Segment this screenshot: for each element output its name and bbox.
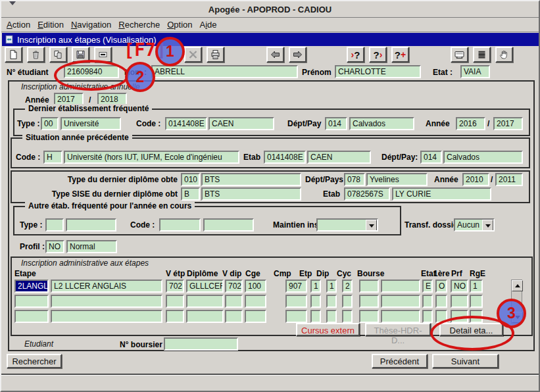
- other-code-name-field[interactable]: [203, 218, 254, 232]
- etape-row-1-bourse1-cell[interactable]: [359, 295, 379, 308]
- previous-block-button[interactable]: [266, 47, 284, 62]
- etape-row-2-bourse1-cell[interactable]: [359, 310, 379, 323]
- execute-query-button[interactable]: ?›: [369, 47, 387, 62]
- menu-item-navigation[interactable]: Navigation: [70, 18, 117, 30]
- etape-row-1-v-dip-cell[interactable]: [225, 295, 243, 308]
- etape-row-1-diplome-cell[interactable]: [186, 295, 224, 308]
- etape-row-1-prf-cell[interactable]: [451, 295, 468, 308]
- list-values-button[interactable]: [473, 47, 491, 62]
- etape-row-0-diplome-cell[interactable]: GLLLCER: [186, 280, 224, 293]
- firstname-field[interactable]: CHARLOTTE: [335, 65, 421, 78]
- other-type-code-field[interactable]: [45, 218, 64, 232]
- etape-row-2-code-cell[interactable]: [14, 310, 49, 323]
- etape-row-0-cyc-cell[interactable]: 2: [342, 280, 353, 293]
- rechercher-button[interactable]: Rechercher: [7, 354, 62, 368]
- transfert-dropdown[interactable]: Aucun: [454, 218, 495, 232]
- etape-row-0-rge-cell[interactable]: 1: [470, 280, 483, 293]
- maintien-dropdown-arrow-icon[interactable]: [366, 220, 377, 232]
- last-inst-dept-name-field[interactable]: Calvados: [349, 117, 414, 130]
- menu-item-recherche[interactable]: Recherche: [117, 18, 166, 30]
- etape-row-0-label-cell[interactable]: L2 LLCER ANGLAIS: [51, 280, 162, 293]
- etape-row-1-dip-cell[interactable]: [326, 295, 337, 308]
- last-inst-type-name-field[interactable]: Université: [61, 117, 121, 130]
- situation-etab-code-field[interactable]: 0141408E: [264, 151, 306, 164]
- etape-row-0-etp-cell[interactable]: 1: [310, 280, 321, 293]
- sise-etab-code-field[interactable]: 0782567S: [344, 187, 390, 201]
- etape-row-1-cyc-cell[interactable]: [342, 295, 353, 308]
- etape-row-2-dip-cell[interactable]: [326, 310, 337, 323]
- etape-row-0-code-cell[interactable]: 2LANGL: [14, 280, 49, 293]
- etape-row-0-v-dip-cell[interactable]: 702: [225, 280, 243, 293]
- etape-row-2-v-dip-cell[interactable]: [225, 310, 243, 323]
- window-menu-button[interactable]: [9, 5, 18, 13]
- etape-row-1-bourse2-cell[interactable]: [381, 295, 420, 308]
- name-field[interactable]: ABRELL: [151, 65, 298, 78]
- etape-row-0-dip-cell[interactable]: 1: [326, 280, 337, 293]
- etape-row-0-prf-cell[interactable]: NO: [451, 280, 468, 293]
- help-hand-button[interactable]: [495, 47, 513, 62]
- etape-row-1-code-cell[interactable]: [14, 295, 49, 308]
- scrollbar-up-icon[interactable]: [512, 280, 523, 291]
- last-inst-year-from-field[interactable]: 2016: [456, 117, 485, 130]
- etape-row-0-cge-cell[interactable]: 100: [245, 280, 266, 293]
- diploma-type-code-field[interactable]: 010: [181, 173, 200, 186]
- copy-record-button[interactable]: [49, 47, 67, 62]
- etape-row-1-cge-cell[interactable]: [245, 295, 266, 308]
- delete-record-button[interactable]: [27, 47, 45, 62]
- menu-item-aide[interactable]: Aide: [199, 18, 223, 30]
- situation-dept-code-field[interactable]: 014: [420, 151, 442, 164]
- diploma-type-name-field[interactable]: BTS: [201, 173, 301, 186]
- etape-row-1-label-cell[interactable]: [51, 295, 162, 308]
- print-button[interactable]: [207, 47, 224, 62]
- these-hdr-button[interactable]: Thèse-HDR-D...: [365, 323, 431, 336]
- situation-name-field[interactable]: Université (hors IUT, IUFM, Ecole d'ingé…: [64, 151, 239, 164]
- menu-item-action[interactable]: Action: [5, 18, 36, 30]
- other-code-field[interactable]: [159, 218, 201, 232]
- cursus-externe-button[interactable]: Cursus extern: [296, 323, 360, 336]
- enter-query-button[interactable]: ›?: [347, 47, 364, 62]
- transfert-dropdown-arrow-icon[interactable]: [482, 220, 493, 232]
- sise-name-field[interactable]: BTS: [201, 187, 301, 201]
- etape-row-2-cge-cell[interactable]: [245, 310, 266, 323]
- precedent-button[interactable]: Précédent: [372, 354, 428, 368]
- boursier-field[interactable]: [164, 337, 238, 351]
- etape-row-2-v-etp-cell[interactable]: [166, 310, 184, 323]
- last-inst-dept-code-field[interactable]: 014: [325, 117, 347, 130]
- etape-row-0-premiere-cell[interactable]: O: [435, 280, 447, 293]
- etape-row-2-diplome-cell[interactable]: [186, 310, 224, 323]
- etape-row-2-label-cell[interactable]: [51, 310, 162, 323]
- new-record-button[interactable]: [5, 47, 22, 62]
- etape-row-2-bourse2-cell[interactable]: [381, 310, 420, 323]
- etape-row-1-etp-cell[interactable]: [310, 295, 321, 308]
- etape-row-1-cmp-cell[interactable]: [285, 295, 307, 308]
- etape-row-2-cmp-cell[interactable]: [285, 310, 307, 323]
- diploma-year-from-field[interactable]: 2010: [462, 173, 489, 186]
- profil-code-field[interactable]: NO: [45, 240, 64, 253]
- etape-row-1-v-etp-cell[interactable]: [166, 295, 184, 308]
- other-type-name-field[interactable]: [66, 218, 116, 232]
- etape-row-2-cyc-cell[interactable]: [342, 310, 353, 323]
- etape-row-2-etat-cell[interactable]: [422, 310, 433, 323]
- profil-name-field[interactable]: Normal: [66, 240, 117, 253]
- etape-row-0-bourse1-cell[interactable]: [359, 280, 379, 293]
- last-inst-code-field[interactable]: 0141408E: [165, 117, 207, 130]
- state-field[interactable]: VAIA: [460, 65, 490, 78]
- last-inst-city-field[interactable]: CAEN: [209, 117, 274, 130]
- sise-code-field[interactable]: B: [181, 187, 200, 201]
- sise-etab-name-field[interactable]: LY CURIE: [392, 187, 491, 201]
- count-query-button[interactable]: ?+: [391, 47, 409, 62]
- etape-row-0-v-etp-cell[interactable]: 702: [166, 280, 184, 293]
- diploma-year-to-field[interactable]: 2011: [495, 173, 523, 186]
- next-block-button[interactable]: [289, 47, 307, 62]
- situation-dept-name-field[interactable]: Calvados: [443, 151, 523, 164]
- diploma-dept-name-field[interactable]: Yvelines: [366, 173, 428, 186]
- etape-row-1-rge-cell[interactable]: [470, 295, 483, 308]
- suivant-button[interactable]: Suivant: [432, 354, 499, 368]
- menu-item-option[interactable]: Option: [166, 18, 198, 30]
- last-inst-year-to-field[interactable]: 2017: [493, 117, 523, 130]
- situation-code-field[interactable]: H: [43, 151, 62, 164]
- etape-row-2-etp-cell[interactable]: [310, 310, 321, 323]
- situation-etab-city-field[interactable]: CAEN: [307, 151, 371, 164]
- display-keys-button[interactable]: [451, 47, 468, 62]
- etape-row-0-bourse2-cell[interactable]: [381, 280, 420, 293]
